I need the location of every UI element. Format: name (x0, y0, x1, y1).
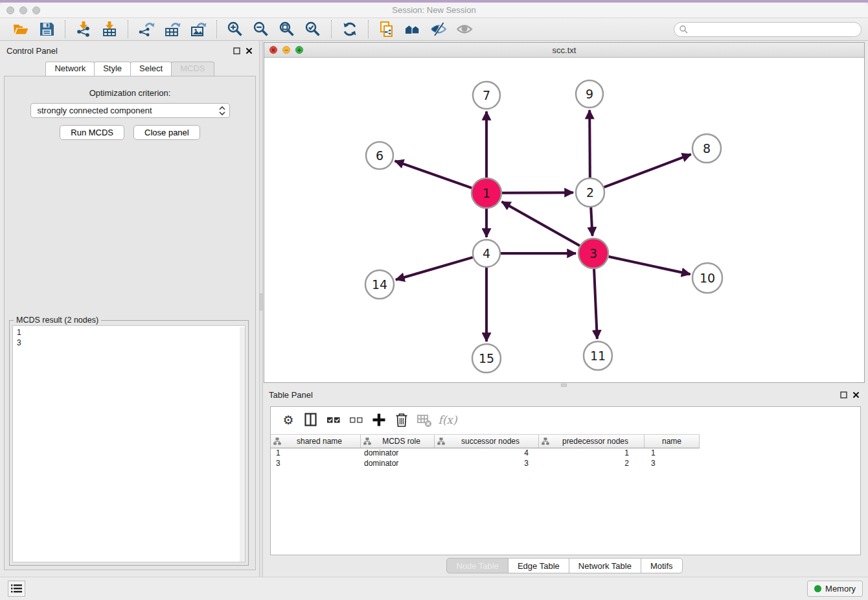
graph-node-7[interactable]: 7 (473, 82, 500, 109)
splitter-grip[interactable] (260, 294, 262, 310)
table-row[interactable]: 3dominator323 (271, 459, 860, 469)
deselect-all-checks-icon[interactable] (347, 410, 366, 430)
export-table-icon[interactable] (163, 19, 182, 39)
refresh-network-icon[interactable] (340, 19, 360, 39)
cell-shared-name[interactable]: 1 (271, 448, 361, 459)
task-history-button[interactable] (8, 581, 25, 597)
graph-node-1[interactable]: 1 (472, 178, 501, 208)
cell-shared-name[interactable]: 3 (271, 459, 361, 469)
zoom-out-icon[interactable] (251, 19, 271, 39)
graph-node-2[interactable]: 2 (576, 178, 604, 207)
show-graphics-details-icon[interactable] (455, 19, 474, 39)
select-all-checks-icon[interactable] (324, 410, 343, 430)
float-table-panel-icon[interactable] (840, 391, 847, 398)
graph-edge-3-1[interactable] (502, 202, 580, 246)
hierarchy-icon (437, 437, 445, 445)
column-header-name[interactable]: name (645, 435, 700, 448)
search-input[interactable] (689, 23, 861, 36)
cell-predecessor-nodes[interactable]: 1 (539, 448, 645, 459)
hierarchy-icon (273, 437, 281, 445)
graph-edge-4-14[interactable] (396, 257, 473, 280)
graph-node-14[interactable]: 14 (365, 270, 394, 299)
tab-mcds[interactable]: MCDS (171, 62, 214, 76)
cell-mcds-role[interactable]: dominator (361, 448, 435, 459)
network-minimize-button[interactable]: – (282, 46, 290, 54)
memory-button[interactable]: Memory (807, 581, 863, 597)
home-layout-icon[interactable] (403, 19, 422, 39)
column-label: successor nodes (461, 437, 520, 446)
cell-successor-nodes[interactable]: 3 (435, 459, 539, 469)
graph-node-8[interactable]: 8 (692, 134, 721, 163)
cell-predecessor-nodes[interactable]: 2 (539, 459, 645, 469)
graph-node-label: 15 (479, 351, 494, 365)
close-panel-button[interactable]: Close panel (133, 125, 200, 140)
graph-edge-2-9[interactable] (589, 110, 590, 178)
tab-motifs[interactable]: Motifs (641, 558, 683, 573)
graph-edge-3-10[interactable] (608, 257, 690, 274)
import-network-icon[interactable] (74, 19, 93, 39)
tab-network[interactable]: Network (45, 62, 95, 76)
column-header-successor-nodes[interactable]: successor nodes (435, 435, 539, 448)
add-entry-icon[interactable] (369, 410, 389, 430)
float-panel-icon[interactable] (233, 47, 240, 54)
memory-label: Memory (825, 584, 856, 594)
graph-node-15[interactable]: 15 (472, 344, 501, 373)
tab-select[interactable]: Select (130, 62, 172, 76)
graph-edge-2-3[interactable] (591, 207, 592, 236)
network-window-titlebar[interactable]: × – + scc.txt (264, 43, 864, 58)
cell-name[interactable]: 1 (645, 448, 700, 459)
tab-style[interactable]: Style (94, 62, 131, 76)
graph-node-11[interactable]: 11 (584, 341, 612, 370)
network-canvas[interactable]: 7968124314101511 (264, 58, 864, 382)
cell-mcds-role[interactable]: dominator (361, 459, 435, 469)
open-session-icon[interactable] (11, 19, 30, 39)
export-image-icon[interactable] (188, 19, 208, 39)
graph-node-6[interactable]: 6 (366, 142, 393, 169)
graph-edge-1-6[interactable] (395, 161, 472, 188)
close-table-panel-icon[interactable] (852, 391, 860, 398)
tab-network-table[interactable]: Network Table (569, 558, 641, 573)
save-session-icon[interactable] (37, 19, 56, 39)
network-close-button[interactable]: × (269, 46, 277, 54)
graph-node-4[interactable]: 4 (473, 240, 500, 267)
clone-network-icon[interactable] (377, 19, 396, 39)
tab-node-table[interactable]: Node Table (446, 558, 508, 573)
column-header-shared-name[interactable]: shared name (271, 435, 361, 448)
selected-criterion: strongly connected component (38, 106, 152, 115)
mcds-result-groupbox: MCDS result (2 nodes) 13 (9, 320, 249, 566)
network-maximize-button[interactable]: + (295, 46, 303, 54)
graph-node-label: 10 (700, 271, 715, 285)
delete-entry-icon[interactable] (392, 410, 411, 430)
zoom-in-icon[interactable] (225, 19, 245, 39)
table-header-row: shared nameMCDS rolesuccessor nodesprede… (271, 434, 700, 448)
zoom-selected-icon[interactable] (303, 19, 323, 39)
export-network-icon[interactable] (137, 19, 156, 39)
optimization-criterion-select[interactable]: strongly connected component (30, 103, 230, 118)
table-row[interactable]: 1dominator411 (271, 448, 860, 459)
run-mcds-button[interactable]: Run MCDS (60, 125, 124, 140)
tab-edge-table[interactable]: Edge Table (508, 558, 569, 573)
result-scrollbar[interactable] (240, 327, 245, 562)
graph-node-3[interactable]: 3 (578, 238, 608, 268)
graph-node-9[interactable]: 9 (576, 80, 603, 108)
graph-edge-3-11[interactable] (594, 269, 597, 339)
main-titlebar: Session: New Session (0, 3, 868, 18)
column-header-mcds-role[interactable]: MCDS role (361, 435, 435, 448)
graph-edge-1-2[interactable] (502, 192, 573, 193)
graph-edge-2-8[interactable] (604, 154, 691, 187)
cell-successor-nodes[interactable]: 4 (435, 448, 539, 459)
graph-node-10[interactable]: 10 (692, 263, 722, 293)
hide-labels-icon[interactable] (429, 19, 448, 39)
show-columns-icon[interactable] (301, 410, 321, 430)
dropdown-stepper-icon (218, 106, 227, 116)
cell-name[interactable]: 3 (645, 459, 700, 469)
search-field[interactable] (674, 22, 862, 37)
zoom-fit-icon[interactable] (277, 19, 297, 39)
mcds-result-textarea[interactable]: 13 (12, 325, 246, 562)
import-table-icon[interactable] (100, 19, 119, 39)
table-settings-gear-icon[interactable]: ⚙ (279, 410, 298, 430)
panel-splitter[interactable] (259, 41, 263, 577)
column-header-predecessor-nodes[interactable]: predecessor nodes (539, 435, 645, 448)
close-panel-icon[interactable] (246, 47, 253, 54)
graph-node-label: 7 (483, 88, 490, 102)
